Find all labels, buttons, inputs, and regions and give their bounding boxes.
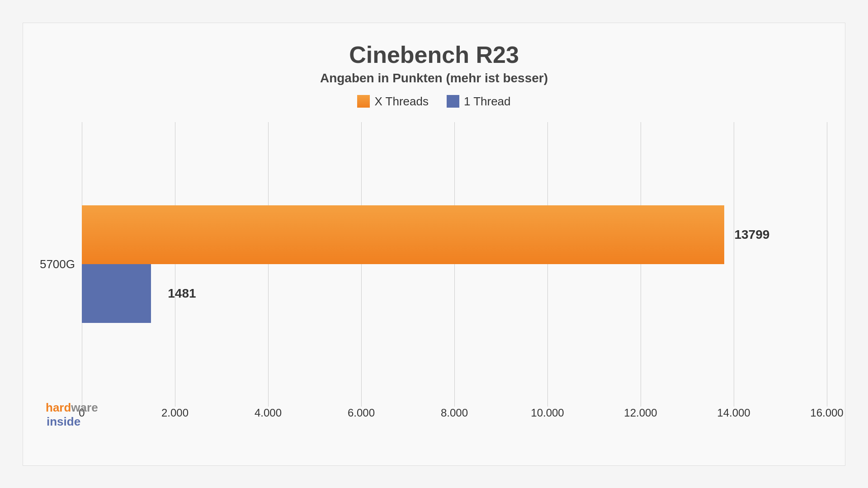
logo-inside: inside (47, 415, 80, 428)
x-tick: 6.000 (348, 407, 375, 419)
chart-title: Cinebench R23 (41, 41, 827, 68)
bar-row-one-thread: 1481 (82, 264, 827, 323)
chart-subtitle: Angaben in Punkten (mehr ist besser) (41, 71, 827, 85)
legend-label-x-threads: X Threads (374, 95, 428, 109)
legend-label-one-thread: 1 Thread (464, 95, 511, 109)
x-tick: 8.000 (441, 407, 468, 419)
bar-x-threads: 13799 (82, 205, 724, 264)
cpu-label: 5700G (40, 257, 75, 271)
bar-value-one-thread: 1481 (168, 286, 196, 301)
x-tick: 16.000 (810, 407, 843, 419)
legend-color-one-thread (447, 95, 459, 108)
x-tick: 12.000 (624, 407, 657, 419)
chart-container: Cinebench R23 Angaben in Punkten (mehr i… (23, 23, 845, 466)
bar-one-thread: 1481 (82, 264, 151, 323)
grid-line (827, 122, 827, 407)
legend: X Threads 1 Thread (41, 95, 827, 109)
legend-item-x-threads: X Threads (357, 95, 428, 109)
legend-color-x-threads (357, 95, 370, 108)
x-tick: 14.000 (717, 407, 750, 419)
plot-area: 13799 1481 (82, 122, 827, 407)
bar-row-x-threads: 13799 (82, 205, 827, 264)
x-axis: 02.0004.0006.0008.00010.00012.00014.0001… (82, 407, 827, 429)
legend-item-one-thread: 1 Thread (447, 95, 511, 109)
x-tick: 4.000 (255, 407, 282, 419)
x-tick: 2.000 (161, 407, 189, 419)
bar-value-x-threads: 13799 (734, 227, 769, 242)
x-tick: 10.000 (531, 407, 564, 419)
bars-wrapper: 13799 1481 (82, 122, 827, 407)
